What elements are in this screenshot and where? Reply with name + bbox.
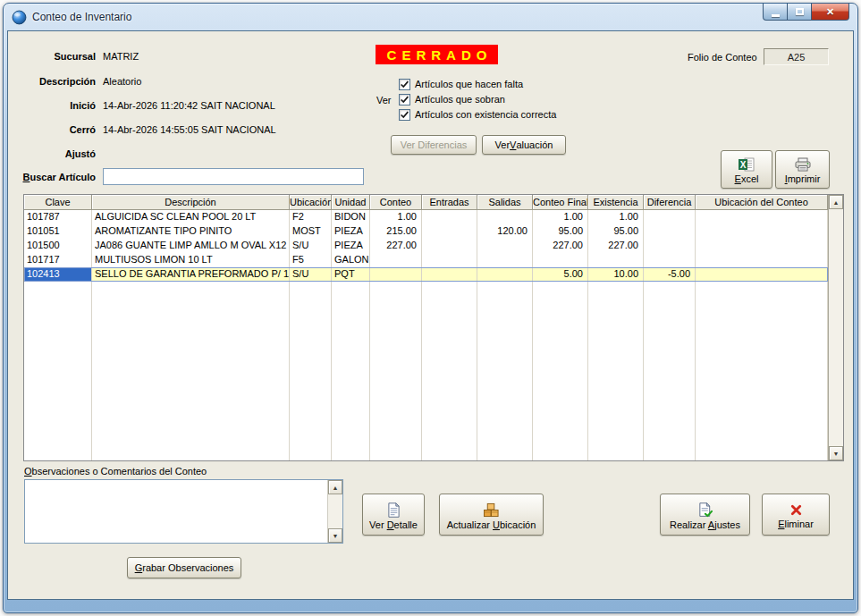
- filter-articulos-sobran[interactable]: Artículos que sobran: [399, 94, 505, 105]
- maximize-button[interactable]: [788, 4, 812, 21]
- scroll-up-icon[interactable]: ▲: [328, 480, 342, 494]
- cell[interactable]: MOST: [290, 224, 332, 239]
- grabar-observaciones-button[interactable]: Grabar Observaciones: [127, 557, 241, 578]
- column-header[interactable]: Existencia: [588, 195, 644, 210]
- column-header[interactable]: Conteo: [370, 195, 422, 210]
- cell[interactable]: 227.00: [588, 239, 644, 253]
- cell[interactable]: 95.00: [588, 224, 644, 239]
- observaciones-textbox[interactable]: ▲ ▼: [24, 479, 343, 544]
- column-header[interactable]: Entradas: [422, 195, 477, 210]
- cell[interactable]: [696, 253, 828, 267]
- cell[interactable]: [422, 239, 477, 253]
- table-row[interactable]: 102413SELLO DE GARANTIA PREFORMADO P/ 1/…: [24, 267, 828, 282]
- cell[interactable]: [696, 267, 828, 282]
- cell[interactable]: 101500: [24, 239, 92, 253]
- cell[interactable]: AROMATIZANTE TIPO PINITO: [92, 224, 290, 239]
- cell[interactable]: PIEZA: [332, 239, 370, 253]
- cell[interactable]: F5: [290, 253, 332, 267]
- cell[interactable]: 120.00: [477, 224, 533, 239]
- cell[interactable]: 101717: [24, 253, 92, 267]
- imprimir-button[interactable]: Imprimir: [775, 150, 830, 189]
- actualizar-ubicacion-button[interactable]: Actualizar Ubicación: [439, 494, 544, 536]
- cell[interactable]: GALON: [332, 253, 370, 267]
- cell[interactable]: 1.00: [370, 210, 422, 224]
- column-header[interactable]: Ubicación del Conteo: [696, 195, 828, 210]
- table-scrollbar[interactable]: ▲ ▼: [828, 195, 843, 460]
- textbox-scrollbar[interactable]: ▲ ▼: [327, 480, 342, 543]
- cell[interactable]: 227.00: [533, 239, 588, 253]
- cell[interactable]: PQT: [332, 267, 370, 282]
- table-row[interactable]: 101051AROMATIZANTE TIPO PINITOMOSTPIEZA2…: [24, 224, 828, 239]
- cell[interactable]: 1.00: [533, 210, 588, 224]
- cell[interactable]: S/U: [290, 267, 332, 282]
- cell[interactable]: [477, 267, 533, 282]
- filter-articulos-hacen-falta[interactable]: Artículos que hacen falta: [399, 79, 523, 90]
- cell[interactable]: [644, 210, 696, 224]
- cell[interactable]: [477, 253, 533, 267]
- filter-existencia-correcta[interactable]: Artículos con existencia correcta: [399, 109, 556, 121]
- column-header[interactable]: Ubicación: [290, 195, 332, 210]
- cell[interactable]: [370, 253, 422, 267]
- cell[interactable]: PIEZA: [332, 224, 370, 239]
- cell[interactable]: [696, 224, 828, 239]
- cell[interactable]: [422, 253, 477, 267]
- checkbox-checked-icon[interactable]: [399, 109, 410, 121]
- cell[interactable]: JA086 GUANTE LIMP AMLLO M OVAL X12: [92, 239, 290, 253]
- cell[interactable]: 227.00: [370, 239, 422, 253]
- cell[interactable]: ALGUICIDA SC CLEAN POOL 20 LT: [92, 210, 290, 224]
- checkbox-checked-icon[interactable]: [399, 79, 410, 90]
- cell[interactable]: 5.00: [533, 267, 588, 282]
- cell[interactable]: 101051: [24, 224, 92, 239]
- cell[interactable]: [422, 224, 477, 239]
- cell[interactable]: [696, 210, 828, 224]
- realizar-ajustes-button[interactable]: Realizar Ajustes: [660, 494, 750, 536]
- cell[interactable]: [644, 224, 696, 239]
- cell[interactable]: MULTIUSOS LIMON 10 LT: [92, 253, 290, 267]
- cell[interactable]: [696, 239, 828, 253]
- cell[interactable]: SELLO DE GARANTIA PREFORMADO P/ 1/2 L: [92, 267, 290, 282]
- minimize-button[interactable]: [763, 4, 788, 21]
- cell[interactable]: -5.00: [644, 267, 696, 282]
- titlebar[interactable]: Conteo de Inventario ✕: [4, 4, 857, 30]
- close-button[interactable]: ✕: [812, 4, 849, 21]
- cell[interactable]: 10.00: [588, 267, 644, 282]
- cell[interactable]: [588, 253, 644, 267]
- cell[interactable]: 1.00: [588, 210, 644, 224]
- cell[interactable]: [477, 210, 533, 224]
- cell[interactable]: S/U: [290, 239, 332, 253]
- buscar-articulo-input[interactable]: [103, 168, 364, 185]
- table-row[interactable]: 101500JA086 GUANTE LIMP AMLLO M OVAL X12…: [24, 239, 828, 253]
- cell: [696, 396, 828, 410]
- cell[interactable]: [370, 267, 422, 282]
- scroll-down-icon[interactable]: ▼: [328, 528, 342, 543]
- cell[interactable]: [422, 210, 477, 224]
- column-header[interactable]: Clave: [24, 195, 92, 210]
- table-row[interactable]: 101787ALGUICIDA SC CLEAN POOL 20 LTF2BID…: [24, 210, 828, 224]
- scroll-up-icon[interactable]: ▲: [829, 195, 843, 209]
- ver-valuacion-button[interactable]: Ver Valuación: [482, 135, 566, 155]
- eliminar-button[interactable]: Eliminar: [762, 494, 830, 536]
- cell[interactable]: [422, 267, 477, 282]
- cell[interactable]: [533, 253, 588, 267]
- column-header[interactable]: Diferencia: [644, 195, 696, 210]
- cell[interactable]: F2: [290, 210, 332, 224]
- cell[interactable]: 95.00: [533, 224, 588, 239]
- scroll-down-icon[interactable]: ▼: [829, 446, 843, 460]
- cell[interactable]: 215.00: [370, 224, 422, 239]
- column-header[interactable]: Descripción: [92, 195, 290, 210]
- excel-button[interactable]: X Excel: [721, 150, 772, 189]
- cell[interactable]: 102413: [24, 267, 92, 282]
- cell[interactable]: 101787: [24, 210, 92, 224]
- ver-detalle-button[interactable]: Ver Detalle: [362, 494, 425, 536]
- table-row[interactable]: 101717MULTIUSOS LIMON 10 LTF5GALON: [24, 253, 828, 267]
- ver-diferencias-button[interactable]: Ver Diferencias: [391, 135, 477, 155]
- column-header[interactable]: Conteo Final: [533, 195, 588, 210]
- cell[interactable]: [644, 253, 696, 267]
- cell: [533, 310, 588, 325]
- cell[interactable]: [644, 239, 696, 253]
- cell[interactable]: [477, 239, 533, 253]
- column-header[interactable]: Salidas: [477, 195, 533, 210]
- column-header[interactable]: Unidad: [332, 195, 370, 210]
- cell[interactable]: BIDON: [332, 210, 370, 224]
- checkbox-checked-icon[interactable]: [399, 94, 410, 105]
